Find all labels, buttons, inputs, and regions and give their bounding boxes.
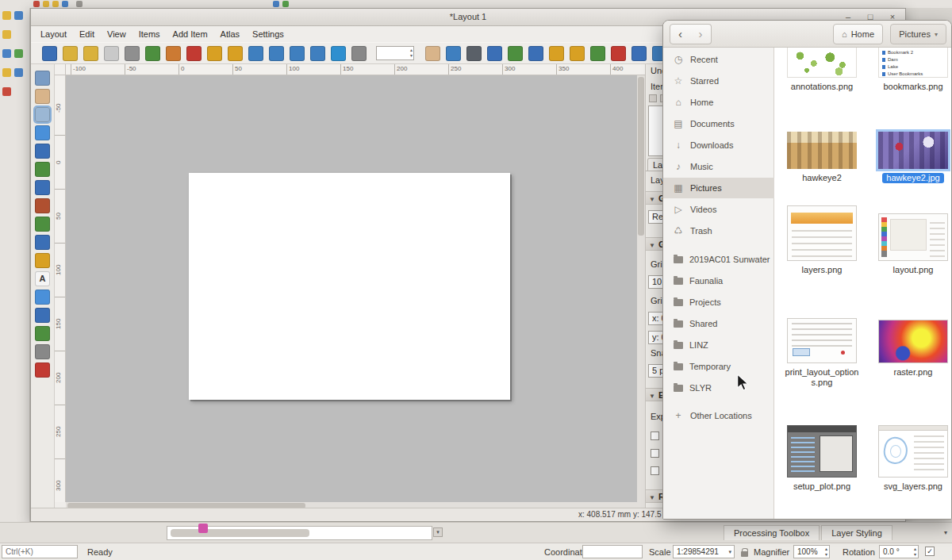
render-checkbox[interactable]: ✓: [925, 547, 935, 556]
file-layers[interactable]: layers.png: [782, 205, 862, 275]
file-print-layout-options[interactable]: print_layout_options.png: [782, 318, 862, 388]
select-icon[interactable]: [466, 46, 482, 61]
dock-options-button[interactable]: ▾: [433, 527, 443, 537]
coordinate-input[interactable]: [582, 545, 643, 558]
redo-icon[interactable]: [228, 46, 243, 61]
add-marker-tool[interactable]: [35, 362, 50, 378]
toolbar-icon[interactable]: [14, 68, 23, 77]
toolbar-icon[interactable]: [2, 87, 11, 96]
add-table-tool[interactable]: [35, 344, 50, 359]
file-hawkeye2[interactable]: hawkeye2: [782, 132, 862, 183]
menu-layout[interactable]: Layout: [34, 27, 73, 41]
add-north-arrow-tool[interactable]: [35, 217, 50, 232]
select-move-tool[interactable]: [35, 71, 50, 86]
add-shape-tool[interactable]: [35, 290, 50, 305]
checkbox-icon[interactable]: [651, 449, 659, 458]
scale-combo[interactable]: 1:29854291 ▾: [673, 545, 735, 558]
toolbar-icon[interactable]: [43, 1, 49, 7]
sidebar-item-trash[interactable]: ♺Trash: [663, 221, 774, 241]
sidebar-item-shared[interactable]: Shared: [663, 313, 774, 334]
toolbar-icon[interactable]: [52, 1, 59, 7]
menu-settings[interactable]: Settings: [246, 27, 290, 41]
checkbox-icon[interactable]: [651, 432, 659, 440]
tab-processing-toolbox[interactable]: Processing Toolbox: [724, 525, 820, 540]
toolbar-icon[interactable]: [282, 1, 289, 7]
sidebar-item-faunalia[interactable]: Faunalia: [663, 270, 774, 291]
menu-atlas[interactable]: Atlas: [214, 27, 246, 41]
undo-icon[interactable]: [207, 46, 222, 61]
toolbar-icon[interactable]: [62, 1, 68, 7]
file-layout[interactable]: layout.png: [873, 205, 952, 275]
add-label-tool[interactable]: A: [35, 271, 50, 286]
zoom-tool-icon[interactable]: [446, 46, 461, 61]
sidebar-item-projects[interactable]: Projects: [663, 292, 774, 313]
toolbar-icon[interactable]: [33, 1, 40, 7]
move-content-tool[interactable]: [35, 144, 50, 159]
file-raster[interactable]: raster.png: [873, 318, 952, 378]
file-bookmarks[interactable]: Bookmark 2 Dam Lake User Bookmarks bookm…: [873, 48, 952, 92]
scale-lock-icon[interactable]: [741, 551, 748, 557]
pan-icon[interactable]: [425, 46, 440, 61]
checkbox-icon[interactable]: [651, 466, 659, 475]
file-annotations[interactable]: annotations.png: [782, 48, 862, 92]
zoom-in-icon[interactable]: [269, 46, 284, 61]
add-arrow-tool[interactable]: [35, 308, 50, 323]
align-items-icon[interactable]: [631, 46, 647, 61]
file-setup-plot[interactable]: setup_plot.png: [782, 425, 862, 492]
toolbar-spinbox[interactable]: ▴▾: [376, 46, 414, 60]
menu-items[interactable]: Items: [132, 27, 167, 41]
tab-layer-styling[interactable]: Layer Styling: [821, 525, 892, 540]
sidebar-item-linz[interactable]: LINZ: [663, 335, 774, 355]
toolbar-icon[interactable]: [14, 49, 23, 58]
export-svg-icon[interactable]: [166, 46, 181, 61]
print-icon[interactable]: [125, 46, 140, 61]
zoom-actual-icon[interactable]: [310, 46, 325, 61]
new-layout-icon[interactable]: [63, 46, 78, 61]
lower-items-icon[interactable]: [611, 46, 626, 61]
sidebar-item-pictures[interactable]: ▦Pictures: [663, 178, 774, 198]
add-html-tool[interactable]: [35, 326, 50, 341]
sidebar-item-other-locations[interactable]: +Other Locations: [663, 405, 774, 426]
duplicate-layout-icon[interactable]: [83, 46, 98, 61]
sidebar-item-recent[interactable]: ◷Recent: [663, 49, 774, 70]
sidebar-item-music[interactable]: ♪Music: [663, 156, 774, 177]
save-layout-icon[interactable]: [42, 46, 57, 61]
back-button[interactable]: ‹: [670, 24, 691, 44]
sidebar-item-videos[interactable]: ▷Videos: [663, 199, 774, 220]
add-picture-tool[interactable]: [35, 198, 50, 213]
pan-layout-tool[interactable]: [35, 89, 50, 104]
toolbar-icon[interactable]: [14, 11, 23, 20]
edit-nodes-tool[interactable]: [35, 125, 50, 140]
export-pdf-icon[interactable]: [186, 46, 202, 61]
export-image-icon[interactable]: [145, 46, 160, 61]
add-legend-tool[interactable]: [35, 235, 50, 250]
menu-view[interactable]: View: [101, 27, 132, 41]
scrollbar-thumb[interactable]: [638, 77, 644, 236]
lock-column-icon[interactable]: [649, 94, 657, 102]
magnifier-spinbox[interactable]: 100% ▴▾: [793, 545, 830, 558]
move-content-icon[interactable]: [508, 46, 523, 61]
spinner-arrows-icon[interactable]: ▴▾: [410, 48, 413, 59]
sidebar-item-downloads[interactable]: ↓Downloads: [663, 135, 774, 155]
sidebar-item-slyr[interactable]: SLYR: [663, 378, 774, 398]
sidebar-item-documents[interactable]: ▤Documents: [663, 113, 774, 134]
file-hawkeye2-jpg[interactable]: hawkeye2.jpg: [873, 132, 952, 183]
chevron-down-icon[interactable]: ▾: [944, 529, 947, 536]
move-item-icon[interactable]: [487, 46, 502, 61]
spinner-arrows-icon[interactable]: ▴▾: [914, 547, 916, 558]
sidebar-item-home[interactable]: ⌂Home: [663, 92, 774, 113]
zoom-full-icon[interactable]: [248, 46, 263, 61]
layout-manager-icon[interactable]: [104, 46, 119, 61]
sidebar-item-starred[interactable]: ☆Starred: [663, 71, 774, 91]
file-manager-header-bar[interactable]: ‹ › ⌂ Home Pictures ▾: [663, 21, 951, 48]
path-home-button[interactable]: ⌂ Home: [833, 24, 883, 44]
scrollbar-thumb[interactable]: [171, 529, 309, 537]
layout-page[interactable]: [189, 173, 510, 400]
add-3d-map-tool[interactable]: [35, 180, 50, 195]
unlock-items-icon[interactable]: [570, 46, 585, 61]
toolbar-icon[interactable]: [2, 49, 11, 58]
toolbar-icon[interactable]: [2, 11, 11, 20]
menu-edit[interactable]: Edit: [73, 27, 101, 41]
file-svg-layers[interactable]: svg_layers.png: [873, 425, 952, 492]
sidebar-item-2019ac01-sunwater[interactable]: 2019AC01 Sunwater: [663, 249, 774, 270]
